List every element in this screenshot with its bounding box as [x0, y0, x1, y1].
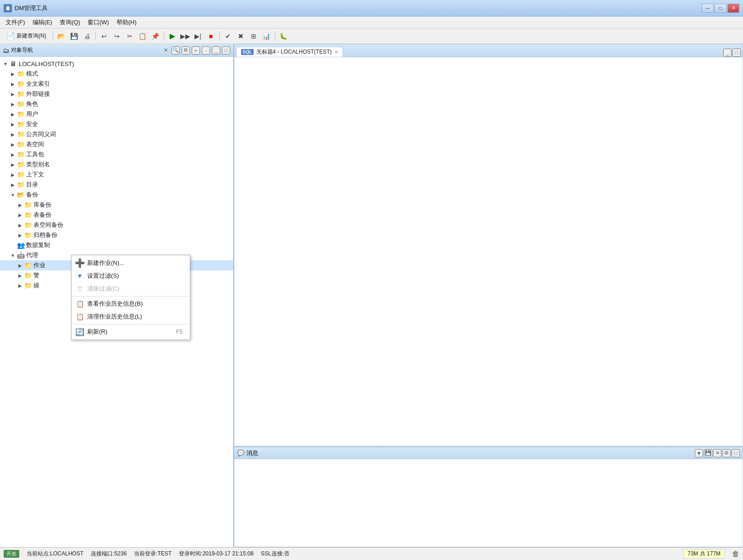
expander-fulltext[interactable]: ▶ [9, 80, 17, 88]
save-button[interactable]: 💾 [68, 30, 80, 42]
tree-item-role[interactable]: ▶ 📁 角色 [0, 99, 233, 109]
explain-button[interactable]: 📊 [261, 30, 272, 42]
tree-item-toolkit[interactable]: ▶ 📁 工具包 [0, 149, 233, 159]
expander-catalog[interactable]: ▶ [9, 181, 17, 188]
menu-edit[interactable]: 编辑(E) [29, 17, 56, 27]
ctx-set-filter[interactable]: ▼ 设置过滤(S) [72, 269, 190, 282]
ctx-view-history[interactable]: 📋 查看作业历史信息(B) [72, 297, 190, 310]
tree-item-dbbackup[interactable]: ▶ 📁 库备份 [0, 200, 233, 210]
tree-item-fulltext[interactable]: ▶ 📁 全文索引 [0, 79, 233, 89]
expander-context[interactable]: ▶ [9, 171, 17, 178]
run-all-button[interactable]: ▶▶ [179, 30, 191, 42]
expander-tsbackup[interactable]: ▶ [17, 221, 24, 229]
tree-item-user[interactable]: ▶ 📁 用户 [0, 109, 233, 119]
tree-label-dbbackup: 库备份 [33, 201, 51, 209]
expander-root[interactable]: ▼ [2, 60, 9, 67]
open-button[interactable]: 📂 [55, 30, 67, 42]
folder-icon-context: 📁 [17, 171, 25, 178]
message-menu-btn[interactable]: ▼ [695, 449, 703, 457]
menu-window[interactable]: 窗口(W) [84, 17, 113, 27]
print-button[interactable]: 🖨 [81, 30, 93, 42]
redo-button[interactable]: ↪ [111, 30, 123, 42]
editor-min-btn[interactable]: _ [723, 49, 732, 57]
tree-item-context[interactable]: ▶ 📁 上下文 [0, 170, 233, 180]
menu-file[interactable]: 文件(F) [2, 17, 29, 27]
tree-item-datacopy[interactable]: 👥 数据复制 [0, 240, 233, 250]
rollback-button[interactable]: ✖ [235, 30, 247, 42]
folder-icon-fulltext: 📁 [17, 80, 25, 88]
message-icon: 💬 [237, 450, 244, 456]
tree-item-mode[interactable]: ▶ 📁 模式 [0, 69, 233, 79]
tree-item-security[interactable]: ▶ 📁 安全 [0, 119, 233, 129]
nav-expand-btn[interactable]: + [192, 46, 200, 55]
grid-button[interactable]: ⊞ [248, 30, 260, 42]
expander-typedef[interactable]: ▶ [9, 161, 17, 168]
new-query-button[interactable]: 📄 新建查询(N) [2, 30, 50, 42]
cut-button[interactable]: ✂ [124, 30, 136, 42]
ctx-clear-filter-label: 清除过滤(C) [87, 285, 119, 293]
tree-item-synonym[interactable]: ▶ 📁 公共同义词 [0, 129, 233, 139]
commit-button[interactable]: ✔ [222, 30, 234, 42]
expander-backup[interactable]: ▼ [9, 191, 17, 198]
tree-item-root[interactable]: ▼ 🖥 LOCALHOST(TEST) [0, 59, 233, 69]
tree-item-archbackup[interactable]: ▶ 📁 归档备份 [0, 230, 233, 240]
nav-collapse-btn[interactable]: - [202, 46, 210, 55]
ctx-refresh[interactable]: 🔄 刷新(R) F5 [72, 325, 190, 338]
expander-dbbackup[interactable]: ▶ [17, 201, 24, 209]
expander-role[interactable]: ▶ [9, 100, 17, 108]
ctx-clear-history[interactable]: 📋 清理作业历史信息(L) [72, 310, 190, 323]
tree-item-backup[interactable]: ▼ 📂 备份 [0, 190, 233, 200]
copy-button[interactable]: 📋 [137, 30, 149, 42]
navigator-close-btn[interactable]: ✕ [161, 46, 170, 55]
message-more-btn[interactable]: ⚙ [722, 449, 731, 457]
expander-external[interactable]: ▶ [9, 90, 17, 98]
expander-datacopy[interactable] [9, 242, 17, 249]
debug-button[interactable]: 🐛 [277, 30, 289, 42]
expander-tablebackup[interactable]: ▶ [17, 211, 24, 219]
tree-item-external[interactable]: ▶ 📁 外部链接 [0, 89, 233, 99]
run-button[interactable]: ▶ [166, 30, 178, 42]
nav-min-btn[interactable]: _ [212, 46, 220, 55]
new-query-label: 新建查询(N) [17, 32, 46, 40]
expander-archbackup[interactable]: ▶ [17, 231, 24, 239]
tree-item-catalog[interactable]: ▶ 📁 目录 [0, 180, 233, 190]
expander-mode[interactable]: ▶ [9, 70, 17, 77]
tree-label-context: 上下文 [26, 170, 44, 179]
sql-content-area[interactable] [234, 57, 743, 446]
message-max-btn[interactable]: □ [732, 449, 740, 457]
undo-button[interactable]: ↩ [98, 30, 110, 42]
expander-operate[interactable]: ▶ [17, 282, 24, 289]
tree-label-agent: 代理 [26, 251, 38, 259]
expander-toolkit[interactable]: ▶ [9, 151, 17, 158]
sql-tab[interactable]: SQL 无标题4 - LOCALHOST(TEST) ✕ [236, 47, 343, 57]
message-clear-btn[interactable]: ✕ [713, 449, 721, 457]
nav-search-btn[interactable]: 🔍 [172, 46, 180, 55]
editor-max-btn[interactable]: □ [732, 49, 741, 57]
nav-max-btn[interactable]: □ [222, 46, 230, 55]
trash-icon[interactable]: 🗑 [732, 550, 739, 558]
tree-item-tsbackup[interactable]: ▶ 📁 表空间备份 [0, 220, 233, 230]
stop-button[interactable]: ■ [205, 30, 217, 42]
expander-agent[interactable]: ▼ [9, 252, 17, 259]
menu-query[interactable]: 查询(Q) [56, 17, 84, 27]
expander-alert[interactable]: ▶ [17, 272, 24, 279]
expander-job[interactable]: ▶ [17, 262, 24, 269]
message-save-btn[interactable]: 💾 [704, 449, 712, 457]
run-current-button[interactable]: ▶| [192, 30, 204, 42]
tab-close-button[interactable]: ✕ [334, 49, 338, 55]
minimize-button[interactable]: ─ [702, 4, 714, 13]
tree-item-tablebackup[interactable]: ▶ 📁 表备份 [0, 210, 233, 220]
maximize-button[interactable]: □ [715, 4, 726, 13]
paste-button[interactable]: 📌 [150, 30, 161, 42]
tree-item-typedef[interactable]: ▶ 📁 类型别名 [0, 159, 233, 170]
close-button[interactable]: ✕ [727, 4, 739, 13]
expander-user[interactable]: ▶ [9, 110, 17, 118]
menu-help[interactable]: 帮助(H) [113, 17, 140, 27]
ctx-new-job[interactable]: ➕ 新建作业(N)... [72, 257, 190, 269]
expander-synonym[interactable]: ▶ [9, 131, 17, 138]
expander-tablespace[interactable]: ▶ [9, 141, 17, 148]
tree-item-tablespace[interactable]: ▶ 📁 表空间 [0, 139, 233, 149]
ssl-label: SSL连接:否 [261, 550, 289, 558]
expander-security[interactable]: ▶ [9, 121, 17, 128]
nav-filter-btn[interactable]: ⚙ [182, 46, 190, 55]
